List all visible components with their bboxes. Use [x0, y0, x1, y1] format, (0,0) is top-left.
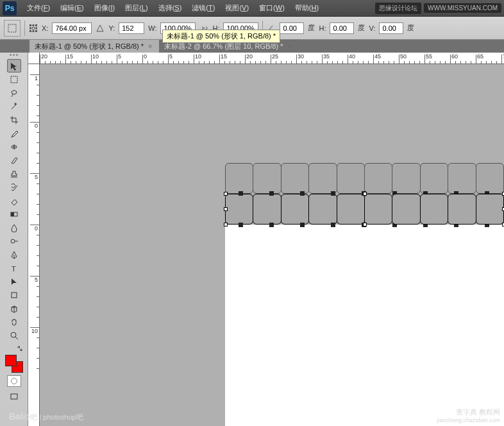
3d-tool[interactable] [7, 302, 21, 315]
shape-cell[interactable] [448, 194, 476, 225]
delta-icon [96, 24, 105, 33]
watermark-br: 查字典 教程网 jiaocheng.chazidian.com [437, 408, 500, 425]
svg-rect-0 [8, 24, 16, 32]
menu-window[interactable]: 窗口(W) [254, 1, 290, 15]
shape-grid[interactable] [226, 163, 504, 225]
gradient-tool[interactable] [7, 207, 21, 221]
stamp-tool[interactable] [7, 167, 21, 180]
history-brush-tool[interactable] [7, 180, 21, 194]
vskew-label: V: [369, 24, 375, 32]
options-bar: X: Y: W: H: 度 H: 度 V: 度 未标题-1 @ 50% (形状 … [0, 17, 504, 40]
shape-cell[interactable] [281, 194, 309, 225]
svg-rect-1 [29, 24, 31, 26]
hskew-unit: 度 [358, 23, 365, 33]
y-input[interactable] [119, 22, 144, 34]
shape-cell [364, 163, 392, 194]
hskew-input[interactable] [330, 22, 354, 34]
svg-point-17 [11, 332, 16, 337]
menu-layer[interactable]: 图层(L) [120, 1, 153, 15]
dodge-tool[interactable] [7, 234, 21, 248]
shape-cell[interactable] [364, 194, 392, 225]
marquee-tool[interactable] [7, 72, 21, 86]
ruler-vertical[interactable]: 1050510 [28, 64, 40, 426]
menu-view[interactable]: 视图(V) [220, 1, 254, 15]
hand-tool[interactable] [7, 315, 21, 328]
tab-untitled-1[interactable]: 未标题-1 @ 50% (形状 1, RGB/8) * × [29, 40, 159, 53]
shape-cell[interactable] [253, 194, 281, 225]
screen-mode-icon[interactable] [7, 389, 21, 403]
current-tool-icon[interactable] [4, 20, 21, 37]
svg-point-14 [11, 239, 15, 243]
menu-file[interactable]: 文件(F) [22, 1, 55, 15]
ext-badge-1: 思缘设计论坛 [375, 3, 421, 14]
zoom-tool[interactable] [7, 328, 21, 342]
crop-tool[interactable] [7, 113, 21, 126]
y-label: Y: [108, 24, 115, 32]
color-swatch[interactable] [5, 355, 23, 373]
menu-image[interactable]: 图像(I) [89, 1, 120, 15]
shape-cell[interactable] [225, 194, 253, 225]
shape-cell[interactable] [392, 194, 420, 225]
svg-rect-10 [11, 76, 17, 83]
shape-cell [253, 163, 281, 194]
vskew-input[interactable] [379, 22, 403, 34]
move-tool[interactable] [7, 59, 21, 72]
quick-mask-icon[interactable] [7, 375, 21, 387]
pen-tool[interactable] [7, 248, 21, 261]
ruler-horizontal[interactable]: 20151050510152025303540455055606570 [40, 53, 504, 64]
shape-tool[interactable] [7, 288, 21, 302]
wand-tool[interactable] [7, 99, 21, 113]
eraser-tool[interactable] [7, 194, 21, 207]
ext-badge-2: WWW.MISSYUAN.COM [424, 3, 501, 13]
menu-filter[interactable]: 滤镜(T) [187, 1, 220, 15]
angle-input[interactable] [280, 22, 304, 34]
shape-cell [225, 163, 253, 194]
shape-row-selected[interactable] [226, 194, 504, 225]
shape-cell [337, 163, 365, 194]
shape-cell[interactable] [337, 194, 365, 225]
path-selection-tool[interactable] [7, 275, 21, 288]
swap-colors-icon[interactable] [16, 345, 24, 352]
menu-help[interactable]: 帮助(H) [290, 1, 324, 15]
shape-cell[interactable] [420, 194, 448, 225]
canvas-document[interactable] [225, 225, 504, 426]
type-tool[interactable]: T [7, 261, 21, 275]
svg-rect-9 [35, 30, 37, 32]
brush-tool[interactable] [7, 153, 21, 167]
shape-cell[interactable] [308, 194, 337, 225]
menu-edit[interactable]: 编辑(E) [55, 1, 89, 15]
separator [24, 21, 25, 36]
svg-rect-7 [29, 30, 31, 32]
ruler-origin[interactable] [28, 53, 40, 64]
close-icon[interactable]: × [146, 42, 154, 50]
tab-label: 未标题-1 @ 50% (形状 1, RGB/8) * [35, 42, 144, 51]
workspace: T 20151050510152025303540455055606570 10… [0, 53, 504, 426]
shape-cell[interactable] [476, 194, 504, 225]
foreground-color[interactable] [5, 355, 17, 366]
x-input[interactable] [52, 22, 92, 34]
vskew-unit: 度 [407, 23, 414, 33]
hskew-label: H: [319, 24, 326, 32]
grip-icon[interactable] [1, 54, 27, 59]
menu-select[interactable]: 选择(S) [153, 1, 187, 15]
svg-rect-4 [29, 27, 31, 29]
blur-tool[interactable] [7, 221, 21, 234]
tooltip: 未标题-1 @ 50% (形状 1, RGB/8) * [162, 30, 280, 43]
w-label: W: [148, 24, 156, 32]
svg-rect-16 [12, 293, 17, 298]
reference-point-icon[interactable] [29, 24, 38, 33]
x-label: X: [42, 24, 48, 32]
app-logo: Ps [3, 1, 17, 15]
svg-rect-3 [35, 24, 37, 26]
lasso-tool[interactable] [7, 86, 21, 99]
shape-cell [476, 163, 504, 194]
healing-brush-tool[interactable] [7, 140, 21, 153]
svg-rect-2 [33, 24, 35, 26]
svg-rect-5 [33, 27, 35, 29]
eyedropper-tool[interactable] [7, 126, 21, 140]
svg-rect-18 [11, 394, 17, 399]
watermark-bl: Bai经吧 | photoshop吧 [9, 411, 83, 422]
canvas-area[interactable]: 20151050510152025303540455055606570 1050… [28, 53, 504, 426]
shape-cell [420, 163, 448, 194]
close-icon[interactable]: × [285, 42, 293, 50]
